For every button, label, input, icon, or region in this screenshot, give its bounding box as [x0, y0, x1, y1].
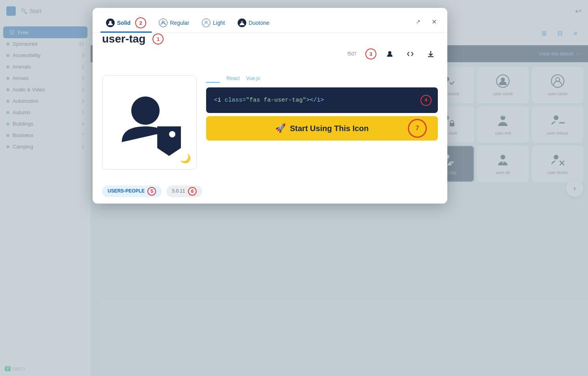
- rocket-icon: 🚀: [275, 123, 286, 133]
- start-using-btn[interactable]: 🚀 Start Using This Icon 7: [206, 116, 438, 141]
- svg-point-67: [169, 131, 175, 137]
- modal-body: 🌙 HTML React Vue.js <i class="fas fa-use…: [93, 66, 447, 179]
- expand-btn[interactable]: ↗: [413, 16, 424, 27]
- icon-title-row: user-tag 1: [93, 33, 447, 47]
- code-tab-react[interactable]: React: [226, 75, 240, 83]
- regular-tab-icon: [159, 19, 167, 27]
- svg-point-64: [388, 51, 391, 54]
- annotation-7: 7: [408, 119, 427, 138]
- icon-detail-modal: Solid 2 Regular Light Duotone ↗ ✕ us: [93, 8, 447, 204]
- annotation-1: 1: [153, 33, 164, 44]
- annotation-4: 4: [421, 95, 432, 106]
- category-tag[interactable]: USERS-PEOPLE 5: [102, 185, 162, 197]
- icon-preview-box: 🌙: [102, 75, 197, 170]
- modal-tabs: Solid 2 Regular Light Duotone ↗ ✕: [93, 8, 447, 33]
- copy-unicode-btn[interactable]: [383, 47, 397, 61]
- code-panel: HTML React Vue.js <i class="fas fa-user-…: [206, 75, 438, 170]
- download-btn[interactable]: [424, 47, 438, 61]
- version-tag: 5.0.11 6: [166, 185, 202, 197]
- icon-title: user-tag: [102, 33, 145, 45]
- annotation-6: 6: [188, 187, 197, 196]
- tags-row: USERS-PEOPLE 5 5.0.11 6: [93, 179, 447, 204]
- light-tab-icon: [202, 19, 210, 27]
- modal-actions: ↗ ✕: [413, 16, 439, 30]
- annotation-3: 3: [365, 48, 376, 59]
- tab-light[interactable]: Light: [196, 15, 230, 31]
- close-btn[interactable]: ✕: [428, 16, 439, 27]
- code-tab-html[interactable]: HTML: [206, 75, 220, 83]
- action-row: f507 3: [93, 47, 447, 66]
- tab-regular[interactable]: Regular: [153, 15, 195, 31]
- solid-tab-icon: [106, 19, 115, 27]
- unicode-label: f507: [348, 51, 357, 57]
- svg-point-66: [131, 96, 160, 125]
- tab-duotone[interactable]: Duotone: [232, 15, 275, 31]
- code-tab-vue[interactable]: Vue.js: [246, 75, 260, 83]
- copy-code-btn[interactable]: [403, 47, 417, 61]
- annotation-2: 2: [135, 17, 146, 28]
- code-tabs: HTML React Vue.js: [206, 75, 438, 83]
- annotation-5: 5: [147, 187, 156, 196]
- code-block: <i class="fas fa-user-tag"></i> 4: [206, 87, 438, 113]
- tab-solid[interactable]: Solid 2: [100, 14, 152, 33]
- user-tag-preview: [114, 87, 185, 158]
- duotone-tab-icon: [238, 19, 246, 27]
- moon-icon: 🌙: [180, 154, 191, 164]
